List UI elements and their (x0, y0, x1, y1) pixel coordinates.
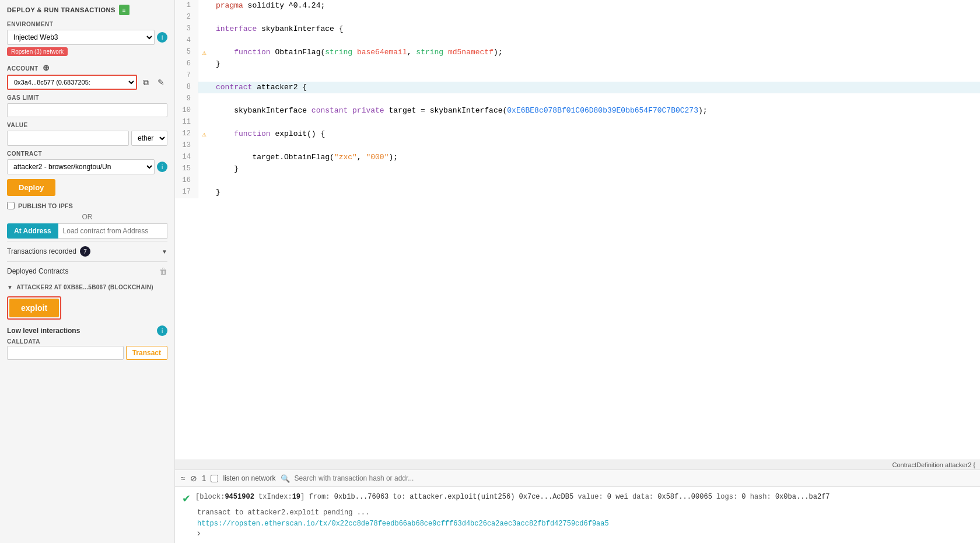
environment-info-icon[interactable]: i (157, 32, 167, 43)
code-line-7: 7 (175, 70, 980, 82)
exploit-button-wrapper: exploit (7, 296, 61, 320)
contract-instance-name: ATTACKER2 AT 0XB8E...5B067 (BLOCKCHAIN) (16, 284, 153, 290)
account-label: ACCOUNT ⊕ (7, 63, 167, 72)
contract-info-icon[interactable]: i (157, 162, 167, 172)
transactions-chevron-icon: ▼ (162, 248, 167, 255)
line-num-10: 10 (175, 105, 198, 117)
code-panel: 1 pragma solidity ^0.4.24; 2 3 interface… (175, 0, 980, 543)
publish-ipfs-checkbox[interactable] (7, 202, 15, 209)
line-warning-12: ⚠ (198, 128, 210, 140)
or-divider: OR (7, 213, 167, 221)
transact-button[interactable]: Transact (126, 346, 167, 360)
tx-success-row: ✔ [block:9451902 txIndex:19] from: 0xb1b… (182, 492, 973, 505)
panel-title: DEPLOY & RUN TRANSACTIONS ≡ (7, 5, 167, 15)
code-editor[interactable]: 1 pragma solidity ^0.4.24; 2 3 interface… (175, 0, 980, 460)
deployed-contracts-row[interactable]: Deployed Contracts 🗑 (7, 261, 167, 281)
line-num-11: 11 (175, 117, 198, 128)
line-num-4: 4 (175, 35, 198, 47)
line-content-4 (210, 35, 980, 47)
line-num-17: 17 (175, 187, 198, 198)
tx-log-area: ✔ [block:9451902 txIndex:19] from: 0xb1b… (175, 487, 980, 543)
code-line-1: 1 pragma solidity ^0.4.24; (175, 0, 980, 12)
value-amount-input[interactable]: 0 (7, 131, 129, 146)
deployed-contracts-label: Deployed Contracts (7, 267, 68, 275)
line-num-8: 8 (175, 82, 198, 93)
line-content-9 (210, 93, 980, 105)
line-content-17: } (210, 187, 980, 198)
tx-pending-text: transact to attacker2.exploit pending ..… (197, 509, 973, 517)
line-warning-17 (198, 187, 210, 198)
contract-select[interactable]: attacker2 - browser/kongtou/Un (7, 159, 155, 174)
exploit-button[interactable]: exploit (9, 299, 59, 317)
line-num-3: 3 (175, 23, 198, 35)
account-select[interactable]: 0x3a4...8c577 (0.6837205: (7, 75, 137, 90)
line-content-3: interface skybankInterface { (210, 23, 980, 35)
low-level-row: Low level interactions i (7, 325, 167, 336)
line-warning-13 (198, 140, 210, 152)
tx-etherscan-link[interactable]: https://ropsten.etherscan.io/tx/0x22cc8d… (197, 520, 609, 528)
line-content-15: } (210, 163, 980, 175)
line-content-16 (210, 175, 980, 187)
tx-search-input[interactable] (295, 474, 974, 482)
low-level-label: Low level interactions (7, 327, 80, 335)
tx-collapse-icon[interactable]: ≈ (181, 474, 186, 483)
code-line-8: 8 contract attacker2 { (175, 82, 980, 93)
line-content-7 (210, 70, 980, 82)
tx-stop-icon[interactable]: ⊘ (190, 474, 197, 483)
line-warning-7 (198, 70, 210, 82)
line-content-13 (210, 140, 980, 152)
environment-select[interactable]: Injected Web3 (7, 30, 155, 45)
search-icon: 🔍 (281, 474, 290, 483)
calldata-input[interactable] (7, 346, 124, 360)
line-num-12: 12 (175, 128, 198, 140)
deploy-button[interactable]: Deploy (7, 179, 55, 196)
line-content-6: } (210, 58, 980, 70)
edit-account-button[interactable]: ✎ (155, 76, 167, 89)
load-contract-input[interactable] (58, 223, 167, 239)
deployed-contracts-trash-icon[interactable]: 🗑 (159, 267, 167, 276)
code-line-15: 15 } (175, 163, 980, 175)
line-warning-4 (198, 35, 210, 47)
account-plus-icon[interactable]: ⊕ (43, 63, 50, 72)
line-warning-6 (198, 58, 210, 70)
code-line-5: 5 ⚠ function ObtainFlag(string base64ema… (175, 47, 980, 58)
line-num-5: 5 (175, 47, 198, 58)
line-content-11 (210, 117, 980, 128)
value-unit-select[interactable]: ether (131, 131, 167, 146)
line-content-10: skybankInterface constant private target… (210, 105, 980, 117)
line-warning-15 (198, 163, 210, 175)
listen-network-checkbox[interactable] (211, 475, 218, 482)
code-line-16: 16 (175, 175, 980, 187)
line-warning-1 (198, 0, 210, 12)
code-line-10: 10 skybankInterface constant private tar… (175, 105, 980, 117)
line-num-13: 13 (175, 140, 198, 152)
deployed-contract-header[interactable]: ▼ ATTACKER2 AT 0XB8E...5B067 (BLOCKCHAIN… (7, 281, 167, 294)
line-num-1: 1 (175, 0, 198, 12)
at-address-button[interactable]: At Address (7, 223, 58, 239)
code-line-6: 6 } (175, 58, 980, 70)
line-warning-16 (198, 175, 210, 187)
line-content-1: pragma solidity ^0.4.24; (210, 0, 980, 12)
gas-limit-label: GAS LIMIT (7, 94, 167, 101)
tx-bar: ≈ ⊘ 1 listen on network 🔍 (175, 470, 980, 487)
line-warning-8 (198, 82, 210, 93)
tx-text: [block:9451902 txIndex:19] from: 0xb1b..… (195, 492, 830, 503)
value-label: VALUE (7, 122, 167, 128)
tx-more-icon[interactable]: › (197, 528, 973, 538)
listen-network-label: listen on network (223, 474, 275, 482)
network-badge: Ropsten (3) network (7, 47, 68, 56)
line-warning-11 (198, 117, 210, 128)
contract-instance-chevron-icon: ▼ (7, 284, 13, 290)
transactions-recorded-row[interactable]: Transactions recorded 7 ▼ (7, 241, 167, 261)
low-level-info-icon[interactable]: i (157, 325, 167, 336)
environment-label: ENVIRONMENT (7, 21, 167, 27)
line-content-5: function ObtainFlag(string base64email, … (210, 47, 980, 58)
code-line-17: 17 } (175, 187, 980, 198)
transactions-recorded-label: Transactions recorded 7 (7, 246, 90, 257)
code-line-12: 12 ⚠ function exploit() { (175, 128, 980, 140)
copy-account-button[interactable]: ⧉ (139, 76, 152, 89)
line-warning-2 (198, 12, 210, 23)
line-num-9: 9 (175, 93, 198, 105)
gas-limit-input[interactable]: 3000000 (7, 103, 167, 117)
tx-count: 1 (202, 474, 206, 483)
